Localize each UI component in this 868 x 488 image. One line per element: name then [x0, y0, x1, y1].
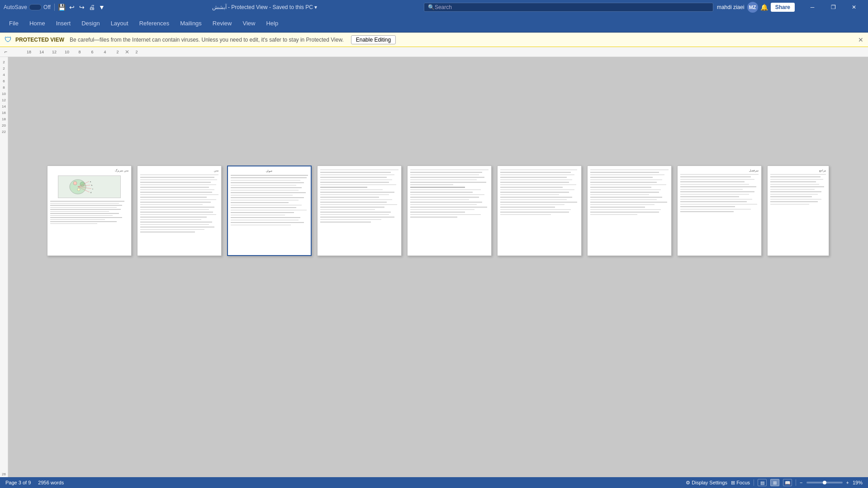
mini-line — [140, 209, 209, 210]
ruler-handle[interactable]: ⌐ — [5, 49, 7, 54]
mini-line — [50, 223, 97, 224]
restore-button[interactable]: ❐ — [823, 0, 844, 14]
mini-line — [140, 185, 216, 185]
mini-line — [680, 206, 735, 207]
mini-line — [500, 177, 567, 178]
page-thumbnail-8[interactable]: سرفصل — [677, 166, 762, 256]
pages-row: متن سربرگ a b — [47, 166, 829, 256]
page-thumbnail-1[interactable]: متن سربرگ a b — [47, 166, 132, 256]
mini-line — [500, 207, 555, 208]
mini-line — [680, 201, 747, 202]
share-button[interactable]: Share — [771, 3, 795, 12]
tab-references[interactable]: References — [134, 14, 175, 32]
page-content-8: سرفصل — [678, 166, 761, 256]
vruler-mark: 26 — [0, 471, 8, 477]
tab-mailings[interactable]: Mailings — [175, 14, 207, 32]
mini-line — [500, 202, 577, 203]
page-thumbnail-9[interactable]: مراجع — [767, 166, 829, 256]
page-thumbnail-3[interactable]: عنوان — [227, 166, 312, 256]
page-thumbnail-2[interactable]: متن — [137, 166, 222, 256]
ruler-mark: 4 — [99, 50, 111, 54]
tab-layout[interactable]: Layout — [105, 14, 134, 32]
page-thumbnail-4[interactable] — [317, 166, 402, 256]
mini-line — [231, 195, 293, 196]
display-settings-button[interactable]: ⚙ Display Settings — [686, 480, 727, 486]
user-avatar[interactable]: MZ — [747, 2, 758, 13]
ruler-cross: ✕ — [125, 49, 129, 55]
customize-icon[interactable]: ▼ — [98, 4, 105, 11]
sep1 — [54, 4, 55, 11]
status-right: ⚙ Display Settings ⊞ Focus ▤ ⊞ 📖 − + 19% — [686, 479, 863, 486]
zoom-in-button[interactable]: + — [846, 480, 849, 485]
zoom-thumb — [823, 481, 826, 484]
mini-line — [50, 203, 119, 204]
mini-line — [770, 176, 821, 177]
mini-line — [320, 197, 379, 198]
web-layout-view-button[interactable]: ⊞ — [770, 479, 779, 486]
mini-line — [500, 209, 571, 210]
mini-line — [500, 187, 563, 188]
page-thumbnail-6[interactable] — [497, 166, 582, 256]
page-thumbnail-5[interactable] — [407, 166, 492, 256]
mini-line — [140, 177, 214, 178]
search-input[interactable] — [435, 4, 709, 10]
mini-line — [770, 204, 809, 205]
mini-line — [410, 194, 484, 195]
mini-line — [410, 207, 487, 208]
mini-line — [320, 170, 398, 171]
tab-help[interactable]: Help — [261, 14, 284, 32]
redo-icon[interactable]: ↪ — [78, 4, 85, 11]
mini-line — [50, 217, 122, 218]
undo-icon[interactable]: ↩ — [68, 4, 76, 11]
tab-insert[interactable]: Insert — [51, 14, 76, 32]
autosave-toggle[interactable] — [29, 4, 42, 10]
mini-line — [500, 185, 576, 185]
mini-line — [590, 194, 649, 195]
protected-view-label: PROTECTED VIEW — [15, 37, 64, 43]
tab-review[interactable]: Review — [207, 14, 237, 32]
page-thumbnail-7[interactable] — [587, 166, 672, 256]
close-button[interactable]: ✕ — [844, 0, 864, 14]
mini-line — [231, 225, 291, 226]
mini-line — [500, 182, 569, 183]
zoom-out-button[interactable]: − — [800, 480, 802, 485]
print-layout-view-button[interactable]: ▤ — [758, 479, 767, 486]
zoom-slider[interactable] — [806, 482, 843, 483]
tab-file[interactable]: File — [4, 14, 24, 32]
mini-line — [140, 192, 212, 193]
notifications-icon[interactable]: 🔔 — [761, 4, 768, 11]
mini-line — [770, 174, 826, 175]
focus-icon: ⊞ — [731, 480, 735, 486]
mini-line — [140, 175, 218, 175]
mini-line — [231, 222, 304, 223]
mini-line — [500, 214, 551, 215]
ruler-mark: 10 — [61, 50, 73, 54]
mini-line — [500, 199, 567, 200]
mini-line — [231, 210, 307, 211]
mini-line — [50, 205, 122, 206]
mini-line — [500, 204, 564, 205]
mini-line — [320, 190, 383, 190]
mini-line — [590, 209, 661, 210]
tab-view[interactable]: View — [237, 14, 261, 32]
tab-design[interactable]: Design — [76, 14, 105, 32]
print-icon[interactable]: 🖨 — [88, 4, 95, 11]
search-bar[interactable]: 🔍 — [424, 3, 713, 12]
mini-line — [410, 209, 474, 210]
tab-home[interactable]: Home — [24, 14, 51, 32]
user-area: mahdi ziaei MZ 🔔 Share — [717, 2, 795, 13]
user-name: mahdi ziaei — [717, 4, 745, 10]
minimize-button[interactable]: ─ — [802, 0, 823, 14]
ruler-mark: 18 — [23, 50, 35, 54]
document-area[interactable]: متن سربرگ a b — [8, 57, 868, 477]
mini-line — [231, 187, 302, 188]
svg-text:b: b — [91, 184, 93, 186]
mini-line — [320, 175, 394, 175]
read-mode-view-button[interactable]: 📖 — [783, 479, 792, 486]
focus-button[interactable]: ⊞ Focus — [731, 480, 750, 486]
autosave-group: AutoSave Off — [4, 4, 51, 10]
protected-bar-close[interactable]: ✕ — [858, 36, 863, 43]
enable-editing-button[interactable]: Enable Editing — [351, 35, 396, 44]
save-icon[interactable]: 💾 — [58, 4, 66, 11]
mini-line — [680, 194, 749, 195]
